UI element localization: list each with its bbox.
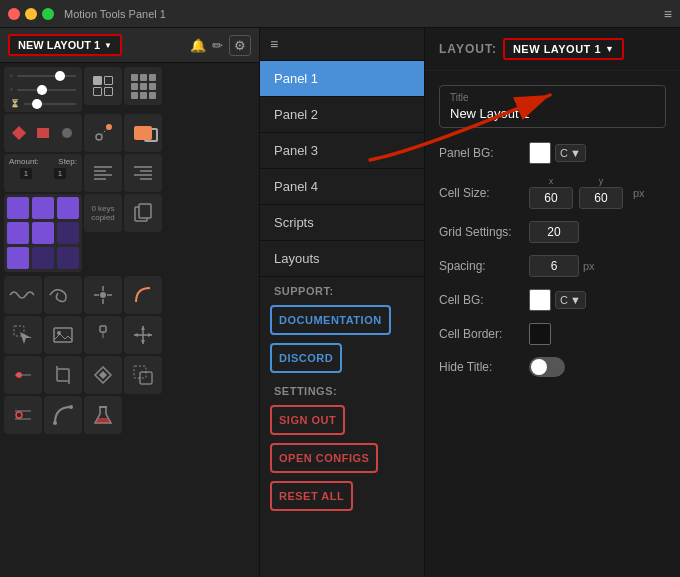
cell-size-x-input[interactable] bbox=[529, 187, 573, 209]
nav-item-layouts[interactable]: Layouts bbox=[260, 241, 424, 277]
bell-icon[interactable]: 🔔 bbox=[190, 38, 206, 53]
diamond2-tool[interactable] bbox=[84, 356, 122, 394]
dot-8 bbox=[140, 92, 147, 99]
mid-panel-header: ≡ bbox=[260, 28, 424, 61]
sign-out-button[interactable]: SIGN OUT bbox=[270, 405, 345, 435]
layout-value-dropdown[interactable]: NEW LAYOUT 1 ▼ bbox=[503, 38, 624, 60]
grid-cell-empty-3 bbox=[104, 87, 113, 96]
colored-rect-cell[interactable] bbox=[124, 114, 162, 152]
spacing-unit: px bbox=[583, 260, 595, 272]
cell-bg-dropdown-label: C bbox=[560, 294, 568, 306]
ngp-7 bbox=[7, 247, 29, 269]
tool-row-1: ‹ › ⏳ bbox=[4, 67, 255, 112]
ngp-1 bbox=[7, 197, 29, 219]
layout-dropdown[interactable]: NEW LAYOUT 1 ▼ bbox=[8, 34, 122, 56]
hamburger-icon[interactable]: ≡ bbox=[270, 36, 278, 52]
null-object-icon bbox=[92, 324, 114, 346]
step-value[interactable]: 1 bbox=[54, 168, 66, 179]
layout-header-value: NEW LAYOUT 1 bbox=[513, 43, 601, 55]
panel-bg-swatch[interactable] bbox=[529, 142, 551, 164]
nav-item-panel1[interactable]: Panel 1 bbox=[260, 61, 424, 97]
slider-track-3[interactable] bbox=[24, 103, 76, 105]
tool-icon-grid-cell[interactable] bbox=[84, 67, 122, 105]
grid-settings-input[interactable] bbox=[529, 221, 579, 243]
discord-button[interactable]: DISCORD bbox=[270, 343, 342, 373]
align-right-cell[interactable] bbox=[124, 154, 162, 192]
amount-value[interactable]: 1 bbox=[20, 168, 32, 179]
hide-title-label: Hide Title: bbox=[439, 360, 529, 374]
cell-bg-swatch[interactable] bbox=[529, 289, 551, 311]
motion-path-icon bbox=[91, 121, 115, 145]
motion-path-cell[interactable] bbox=[84, 114, 122, 152]
documentation-button[interactable]: DOCUMENTATION bbox=[270, 305, 391, 335]
dot-2 bbox=[140, 74, 147, 81]
copy-icon-cell[interactable] bbox=[124, 194, 162, 232]
arrows-icon bbox=[132, 324, 154, 346]
shapes-cell[interactable] bbox=[4, 114, 82, 152]
ngp-3 bbox=[57, 197, 79, 219]
cell-bg-dropdown[interactable]: C ▼ bbox=[555, 291, 586, 309]
slider-row-2: › bbox=[10, 85, 76, 94]
svg-marker-27 bbox=[141, 340, 145, 344]
dot-6 bbox=[149, 83, 156, 90]
diamond-tool[interactable] bbox=[84, 276, 122, 314]
panel-bg-label: Panel BG: bbox=[439, 146, 529, 160]
svg-point-42 bbox=[53, 421, 57, 425]
flask-tool[interactable] bbox=[84, 396, 122, 434]
diamond-icon bbox=[12, 126, 26, 140]
minimize-button[interactable] bbox=[25, 8, 37, 20]
reset-all-button[interactable]: RESET ALL bbox=[270, 481, 353, 511]
cell-size-group: x y px bbox=[529, 176, 645, 209]
align-left-cell[interactable] bbox=[84, 154, 122, 192]
split-tool[interactable] bbox=[4, 396, 42, 434]
select-tool[interactable] bbox=[4, 316, 42, 354]
precomp-tool[interactable] bbox=[4, 356, 42, 394]
null-tool[interactable] bbox=[84, 316, 122, 354]
support-section-label: SUPPORT: bbox=[260, 277, 424, 301]
open-configs-button[interactable]: OPEN CONFIGS bbox=[270, 443, 378, 473]
cell-size-y-wrap: y bbox=[579, 176, 623, 209]
gear-icon[interactable]: ⚙ bbox=[229, 35, 251, 56]
slider-track-1[interactable] bbox=[17, 75, 76, 77]
title-input-box[interactable]: Title New Layout 1 bbox=[439, 85, 666, 128]
pencil-icon[interactable]: ✏ bbox=[212, 38, 223, 53]
crop-tool[interactable] bbox=[44, 356, 82, 394]
slider-track-2[interactable] bbox=[17, 89, 76, 91]
image-tool[interactable] bbox=[44, 316, 82, 354]
nav-item-panel4[interactable]: Panel 4 bbox=[260, 169, 424, 205]
tool-dots-grid-cell[interactable] bbox=[124, 67, 162, 105]
slider-thumb-3[interactable] bbox=[32, 99, 42, 109]
grid-settings-row: Grid Settings: bbox=[439, 221, 666, 243]
panel-bg-dropdown[interactable]: C ▼ bbox=[555, 144, 586, 162]
svg-rect-32 bbox=[57, 369, 69, 381]
spacing-input[interactable] bbox=[529, 255, 579, 277]
dot-7 bbox=[131, 92, 138, 99]
nav-item-scripts[interactable]: Scripts bbox=[260, 205, 424, 241]
nav-item-panel2[interactable]: Panel 2 bbox=[260, 97, 424, 133]
menu-icon[interactable]: ≡ bbox=[664, 6, 672, 22]
cell-border-swatch[interactable] bbox=[529, 323, 551, 345]
layout-dropdown-label: NEW LAYOUT 1 bbox=[18, 39, 100, 51]
cell-bg-dropdown-arrow: ▼ bbox=[570, 294, 581, 306]
bezier-tool[interactable] bbox=[44, 396, 82, 434]
nav-item-panel3[interactable]: Panel 3 bbox=[260, 133, 424, 169]
header-icons: 🔔 ✏ ⚙ bbox=[190, 35, 251, 56]
wave-tool[interactable] bbox=[4, 276, 42, 314]
cell-size-y-input[interactable] bbox=[579, 187, 623, 209]
purple-9grid-cell[interactable] bbox=[4, 194, 82, 272]
select2-tool[interactable] bbox=[124, 356, 162, 394]
svg-rect-20 bbox=[54, 328, 72, 342]
grid-settings-label: Grid Settings: bbox=[439, 225, 529, 239]
hide-title-toggle[interactable] bbox=[529, 357, 565, 377]
slider-thumb-2[interactable] bbox=[37, 85, 47, 95]
close-button[interactable] bbox=[8, 8, 20, 20]
circle-icon bbox=[62, 128, 72, 138]
flask-icon bbox=[92, 404, 114, 426]
curve-tool[interactable] bbox=[124, 276, 162, 314]
slider-thumb-1[interactable] bbox=[55, 71, 65, 81]
ngp-2 bbox=[32, 197, 54, 219]
arrows-tool[interactable] bbox=[124, 316, 162, 354]
maximize-button[interactable] bbox=[42, 8, 54, 20]
dot-3 bbox=[149, 74, 156, 81]
loop-tool[interactable] bbox=[44, 276, 82, 314]
